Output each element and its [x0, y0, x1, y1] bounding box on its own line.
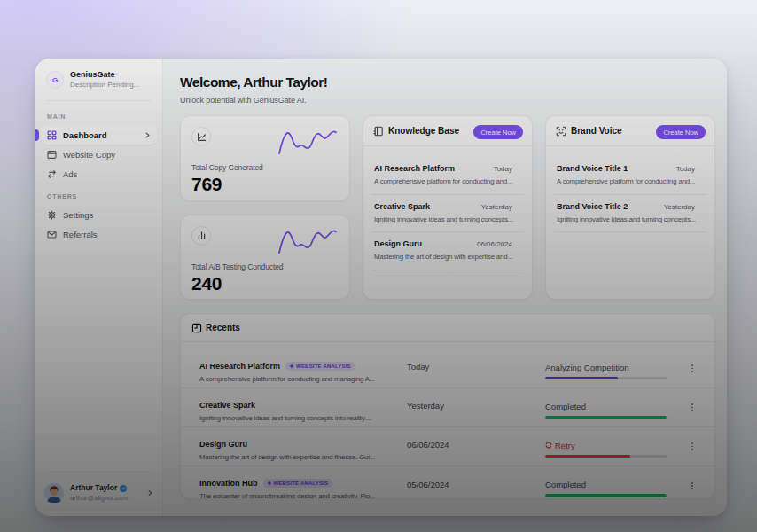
stat-value: 240	[191, 273, 339, 294]
knowledge-base-item[interactable]: AI Research PlatformToday A comprehensiv…	[371, 157, 524, 195]
recent-status: Completed	[545, 480, 680, 489]
user-menu[interactable]: Arthur Taylor arthur@alignui.com	[41, 473, 157, 516]
user-email: arthur@alignui.com	[70, 494, 128, 503]
app-window: G GeniusGate Description Pending... MAIN…	[35, 59, 727, 516]
retry-button[interactable]: Retry	[545, 441, 680, 450]
recent-status: Completed	[545, 402, 680, 411]
knowledge-base-title: Knowledge Base	[388, 126, 459, 136]
recent-description: A comprehensive platform for conducting …	[199, 374, 398, 384]
recent-title: Innovation Hub	[199, 478, 258, 489]
item-title: Brand Voice Title 1	[557, 163, 628, 175]
recents-icon	[191, 323, 202, 333]
sidebar-section-main: MAIN	[41, 101, 157, 125]
item-date: Yesterday	[664, 203, 695, 211]
item-title: Design Guru	[374, 239, 422, 250]
browser-icon	[47, 150, 57, 160]
item-date: Yesterday	[481, 203, 512, 211]
website-analysis-badge: WEBSITE ANALYSIS	[285, 362, 355, 371]
sidebar-item-referrals[interactable]: Referrals	[41, 224, 157, 244]
progress-track	[545, 377, 667, 380]
stat-label: Total A/B Testing Conducted	[191, 262, 339, 271]
item-date: Today	[676, 165, 695, 173]
row-menu-button[interactable]	[684, 442, 700, 450]
active-nav-indicator	[35, 129, 39, 141]
knowledge-base-card: Knowledge Base Create Now AI Research Pl…	[363, 115, 533, 300]
recent-date: Yesterday	[407, 401, 545, 411]
chevron-right-icon	[144, 132, 151, 138]
brand-voice-item[interactable]: Brand Voice Title 1Today A comprehensive…	[554, 157, 706, 195]
sparkline	[278, 129, 337, 154]
progress-fill	[545, 377, 618, 380]
verified-icon	[120, 485, 127, 492]
knowledge-base-item[interactable]: Design Guru06/06/2024 Mastering the art …	[371, 232, 524, 270]
stat-card-ab-testing: Total A/B Testing Conducted 240	[180, 215, 350, 301]
stat-card-copy-generated: Total Copy Generated 769	[180, 115, 350, 201]
recent-row[interactable]: Creative Spark Igniting innovative ideas…	[181, 388, 714, 427]
main-content: Welcome, Arthur Taylor! Unlock potential…	[163, 59, 727, 516]
recent-title: Creative Spark	[199, 400, 255, 411]
sidebar-item-settings[interactable]: Settings	[41, 205, 157, 224]
recent-description: Mastering the art of design with experti…	[199, 452, 398, 462]
row-menu-button[interactable]	[684, 403, 700, 411]
sparkline	[278, 229, 337, 254]
progress-fill	[545, 416, 667, 419]
page-subtitle: Unlock potential with GeniusGate AI.	[180, 96, 715, 105]
progress-track	[545, 494, 667, 497]
recent-date: Today	[407, 362, 545, 372]
item-description: Igniting innovative ideas and turning co…	[374, 215, 521, 225]
page-title: Welcome, Arthur Taylor!	[180, 74, 715, 90]
chevron-right-icon	[147, 489, 153, 497]
knowledge-base-item[interactable]: Creative SparkYesterday Igniting innovat…	[371, 195, 524, 233]
sparkle-icon	[267, 481, 272, 486]
sidebar-item-website-copy[interactable]: Website Copy	[41, 145, 157, 164]
sidebar-item-label: Settings	[63, 210, 93, 220]
recent-title: Design Guru	[199, 439, 247, 450]
row-menu-button[interactable]	[684, 482, 700, 489]
recents-title: Recents	[206, 323, 240, 332]
sidebar-item-label: Referrals	[63, 230, 98, 239]
item-description: A comprehensive platform for conducting …	[374, 176, 521, 187]
progress-track	[545, 455, 667, 458]
recent-row[interactable]: Innovation Hub WEBSITE ANALYSIS The epic…	[181, 466, 714, 499]
item-title: AI Research Platform	[374, 163, 455, 175]
brand-voice-item[interactable]: Brand Voice Title 2Yesterday Igniting in…	[554, 195, 706, 233]
item-description: A comprehensive platform for conducting …	[557, 176, 704, 187]
recent-status: Analyzing Competition	[545, 363, 680, 372]
sidebar: G GeniusGate Description Pending... MAIN…	[35, 59, 163, 516]
gear-icon	[47, 210, 57, 220]
sidebar-item-label: Website Copy	[63, 150, 115, 160]
bar-chart-icon	[191, 226, 211, 246]
item-date: 06/06/2024	[477, 240, 512, 248]
recent-row[interactable]: AI Research Platform WEBSITE ANALYSIS A …	[181, 349, 714, 388]
recent-date: 06/06/2024	[407, 440, 545, 450]
sidebar-item-dashboard[interactable]: Dashboard	[41, 125, 157, 145]
sidebar-item-ads[interactable]: Ads	[41, 164, 157, 184]
sparkle-icon	[289, 364, 294, 369]
user-avatar	[44, 483, 64, 503]
workspace-switcher[interactable]: G GeniusGate Description Pending...	[41, 59, 157, 100]
row-menu-button[interactable]	[684, 364, 700, 372]
mail-icon	[47, 230, 57, 239]
scan-face-icon	[556, 126, 566, 137]
brand-voice-create-button[interactable]: Create Now	[656, 125, 706, 139]
stat-label: Total Copy Generated	[191, 163, 339, 172]
item-description: Mastering the art of design with experti…	[374, 252, 521, 262]
item-title: Creative Spark	[374, 201, 430, 213]
workspace-name: GeniusGate	[70, 70, 139, 80]
user-name: Arthur Taylor	[70, 483, 128, 493]
progress-fill	[545, 455, 630, 458]
sidebar-item-label: Ads	[63, 169, 77, 179]
workspace-logo: G	[46, 71, 64, 89]
brand-voice-card: Brand Voice Create Now Brand Voice Title…	[545, 115, 715, 300]
item-title: Brand Voice Title 2	[557, 201, 628, 213]
swap-arrows-icon	[47, 169, 57, 179]
recent-date: 05/06/2024	[407, 480, 545, 489]
knowledge-base-create-button[interactable]: Create Now	[473, 125, 523, 139]
recent-row[interactable]: Design Guru Mastering the art of design …	[181, 427, 714, 466]
recents-card: Recents AI Research Platform WEBSITE ANA…	[180, 313, 715, 499]
stat-value: 769	[191, 174, 339, 195]
notebook-icon	[373, 126, 384, 137]
recent-description: Igniting innovative ideas and turning co…	[199, 413, 398, 423]
recent-description: The epicenter of groundbreaking design a…	[199, 491, 398, 499]
retry-icon	[545, 442, 552, 449]
